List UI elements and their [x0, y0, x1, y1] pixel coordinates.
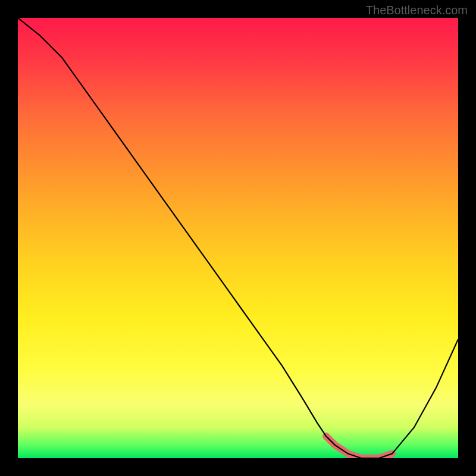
chart-plot-area [18, 18, 458, 458]
chart-svg [18, 18, 458, 458]
optimal-zone-highlight [326, 436, 392, 458]
bottleneck-curve-line [18, 18, 458, 458]
watermark-text: TheBottleneck.com [366, 4, 468, 17]
